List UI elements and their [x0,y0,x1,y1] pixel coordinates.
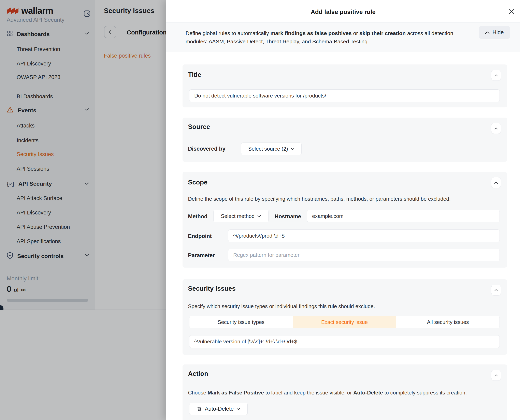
chevron-up-icon [494,182,498,184]
discovered-by-label: Discovered by [188,146,226,152]
modal-overlay[interactable] [0,0,166,420]
hide-button[interactable]: Hide [479,26,510,39]
action-description: Choose Mark as False Positive to label a… [188,390,467,396]
hostname-label: Hostname [275,213,301,220]
security-issues-tab-group: Security issue types Exact security issu… [189,316,500,328]
title-section-heading: Title [188,71,201,78]
collapse-action-button[interactable] [491,370,501,381]
method-label: Method [188,213,207,220]
auto-delete-label: Auto-Delete [205,406,234,412]
tab-security-issue-types[interactable]: Security issue types [189,316,293,328]
select-source-dropdown[interactable]: Select source (2) [241,142,302,155]
title-section-card: Title [183,64,507,107]
drawer-description-band: Define global rules to automatically mar… [166,22,520,52]
chevron-up-icon [494,127,498,129]
add-false-positive-rule-drawer: Add false positive rule Define global ru… [166,0,520,420]
select-method-dropdown[interactable]: Select method [213,210,268,222]
source-section-card: Source Discovered by Select source (2) [183,118,507,162]
security-issues-section-card: Security issues Specify which security i… [183,279,507,355]
hostname-input[interactable] [307,210,500,222]
chevron-up-icon [494,374,498,376]
tab-exact-security-issue[interactable]: Exact security issue [293,316,396,328]
action-section-card: Action Choose Mark as False Positive to … [183,364,507,420]
chevron-up-icon [494,289,498,291]
collapse-scope-button[interactable] [491,177,501,188]
security-issues-description: Specify which security issue types or in… [188,303,375,309]
collapse-security-issues-button[interactable] [491,285,501,296]
security-issues-heading: Security issues [188,285,236,292]
parameter-label: Parameter [188,252,215,259]
endpoint-input[interactable] [228,229,500,242]
exact-security-issue-input[interactable] [189,335,500,348]
chevron-down-icon [291,148,294,150]
scope-section-card: Scope Define the scope of this rule by s… [183,172,507,268]
tab-all-security-issues[interactable]: All security issues [396,316,499,328]
collapse-source-button[interactable] [491,123,501,134]
trash-icon [197,406,202,412]
chevron-down-icon [257,215,261,217]
auto-delete-dropdown-button[interactable]: Auto-Delete [189,403,248,415]
scope-section-heading: Scope [188,179,207,186]
chevron-up-icon [494,74,498,76]
drawer-title: Add false positive rule [166,8,520,15]
scope-description: Define the scope of this rule by specify… [188,196,451,202]
chevron-down-icon [237,408,240,410]
hide-label: Hide [492,29,504,36]
source-section-heading: Source [188,123,210,131]
collapse-title-button[interactable] [491,70,501,81]
endpoint-label: Endpoint [188,233,212,239]
title-input[interactable] [189,89,500,102]
parameter-input[interactable] [228,249,500,261]
drawer-description: Define global rules to automatically mar… [186,29,463,46]
action-heading: Action [188,370,208,377]
close-icon[interactable] [505,6,518,18]
chevron-up-icon [485,31,489,34]
screen: wallarm Advanced API Security Dashboards [0,0,520,420]
